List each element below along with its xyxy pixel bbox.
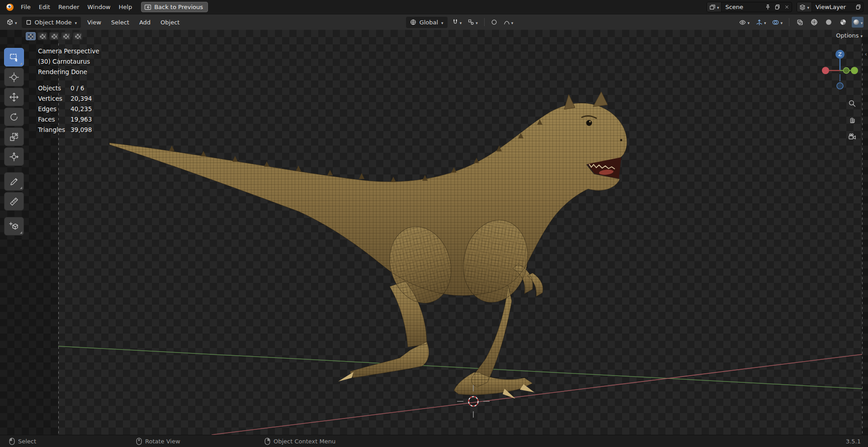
toolbar-separator <box>4 212 25 216</box>
mode-dropdown[interactable]: Object Mode <box>22 17 81 28</box>
viewport-info-overlay: Camera Perspective (30) Carnotaurus Rend… <box>38 46 99 135</box>
transform-orientation-dropdown[interactable]: Global <box>406 17 448 28</box>
camera-view-button[interactable] <box>846 131 858 143</box>
active-object-label: (30) Carnotaurus <box>38 56 99 67</box>
gizmo-axis-y-neg[interactable] <box>844 68 849 74</box>
shading-material-button[interactable] <box>837 17 849 28</box>
select-mode-extend-button[interactable] <box>38 32 47 40</box>
menu-object[interactable]: Object <box>157 18 183 27</box>
menu-edit[interactable]: Edit <box>35 2 54 12</box>
stat-label: Triangles <box>38 125 71 135</box>
tool-cursor[interactable] <box>4 68 24 86</box>
sidebar-collapse-icon[interactable] <box>865 51 867 57</box>
select-new-icon <box>28 34 34 39</box>
nostril <box>620 139 623 141</box>
chevron-down-icon <box>861 19 863 26</box>
shading-wireframe-button[interactable] <box>808 17 820 28</box>
editor-type-selector[interactable] <box>5 17 19 27</box>
new-viewlayer-button[interactable] <box>854 2 863 12</box>
select-mode-subtract-button[interactable] <box>49 32 59 40</box>
topbar-right: Scene <box>707 2 863 12</box>
new-scene-button[interactable] <box>773 2 782 12</box>
viewport-header-left: Object Mode View Select Add Object <box>5 17 183 28</box>
chevron-down-icon <box>860 32 863 39</box>
orientation-label: Global <box>420 19 438 26</box>
chevron-down-icon <box>15 19 17 26</box>
status-rotate-label: Rotate View <box>145 438 180 445</box>
tool-scale[interactable] <box>4 127 24 146</box>
options-dropdown[interactable]: Options <box>836 32 863 39</box>
menu-file[interactable]: File <box>17 2 35 12</box>
viewport-header-center: Global <box>406 17 515 28</box>
menu-window[interactable]: Window <box>83 2 114 12</box>
select-mode-invert-button[interactable] <box>61 32 71 40</box>
browse-viewlayer-button[interactable] <box>797 2 812 12</box>
menu-add[interactable]: Add <box>136 18 154 27</box>
proportional-editing-toggle[interactable] <box>489 18 499 27</box>
menu-help[interactable]: Help <box>115 2 137 12</box>
viewport-3d[interactable]: Options Camera Perspective (30) Carnotau… <box>0 30 868 435</box>
tool-select-box[interactable] <box>4 48 24 66</box>
select-extend-icon <box>40 34 46 39</box>
scene-name-field[interactable]: Scene <box>722 4 763 10</box>
blender-logo-icon[interactable] <box>5 3 14 12</box>
status-rotate-hint: Rotate View <box>136 435 180 447</box>
tool-move[interactable] <box>4 88 24 106</box>
xray-toggle[interactable] <box>794 17 806 28</box>
viewport-canvas[interactable] <box>0 30 868 435</box>
stat-label: Vertices <box>38 94 71 104</box>
viewlayer-selector: ViewLayer <box>797 2 863 12</box>
subtool-indicator <box>20 62 22 65</box>
viewlayer-name-field[interactable]: ViewLayer <box>812 4 854 10</box>
back-to-previous-button[interactable]: Back to Previous <box>141 2 208 12</box>
carnotaurus-model[interactable] <box>109 92 631 406</box>
gizmo-axis-y[interactable] <box>851 67 858 74</box>
blender-window: File Edit Render Window Help Back to Pre… <box>0 0 868 447</box>
tool-transform[interactable] <box>4 147 24 166</box>
menu-select[interactable]: Select <box>108 18 133 27</box>
proportional-falloff-dropdown[interactable] <box>502 18 515 27</box>
chevron-down-icon <box>764 19 766 26</box>
stat-label: Edges <box>38 104 71 114</box>
rendered-sphere-icon <box>853 19 860 26</box>
menu-view[interactable]: View <box>84 18 105 27</box>
tool-rotate[interactable] <box>4 108 24 126</box>
gizmo-axis-z-neg[interactable] <box>837 83 843 89</box>
browse-scene-button[interactable] <box>707 2 722 12</box>
x-axis-line <box>212 354 862 435</box>
stat-label: Objects <box>38 83 71 94</box>
stat-value: 0 / 6 <box>71 83 99 94</box>
tool-add-cube[interactable] <box>4 217 24 235</box>
gizmo-axis-x[interactable] <box>822 67 829 74</box>
snap-toggle[interactable] <box>450 18 464 27</box>
navigation-gizmo[interactable]: Z <box>819 44 861 104</box>
chevron-down-icon <box>511 19 514 26</box>
object-mode-icon <box>26 19 32 25</box>
pan-view-button[interactable] <box>846 114 858 126</box>
gizmo-z-label: Z <box>838 52 842 57</box>
tool-annotate[interactable] <box>4 172 24 191</box>
render-status-label: Rendering Done <box>38 67 99 77</box>
tool-measure[interactable] <box>4 192 24 211</box>
pin-scene-button[interactable] <box>763 2 773 12</box>
chevron-down-icon <box>717 4 719 10</box>
overlays-toggle[interactable] <box>770 18 784 27</box>
shading-rendered-button[interactable] <box>852 17 863 28</box>
snap-target-dropdown[interactable] <box>466 18 480 27</box>
show-object-types-dropdown[interactable] <box>737 18 751 27</box>
xray-icon <box>797 19 803 26</box>
select-mode-intersect-button[interactable] <box>73 32 83 40</box>
status-bar: Select Rotate View Object Context Menu 3… <box>0 435 868 447</box>
unlink-scene-button[interactable] <box>782 2 792 12</box>
chevron-down-icon <box>747 19 750 26</box>
back-button-label: Back to Previous <box>154 4 203 10</box>
menu-render[interactable]: Render <box>54 2 83 12</box>
select-mode-new-button[interactable] <box>26 32 36 40</box>
gizmos-toggle[interactable] <box>754 18 768 27</box>
select-mode-buttons <box>26 32 83 40</box>
shading-solid-button[interactable] <box>823 17 835 28</box>
status-context-menu-label: Object Context Menu <box>274 438 335 445</box>
zoom-view-button[interactable] <box>846 98 858 109</box>
wireframe-overlay <box>109 103 627 395</box>
chevron-down-icon <box>441 19 443 26</box>
